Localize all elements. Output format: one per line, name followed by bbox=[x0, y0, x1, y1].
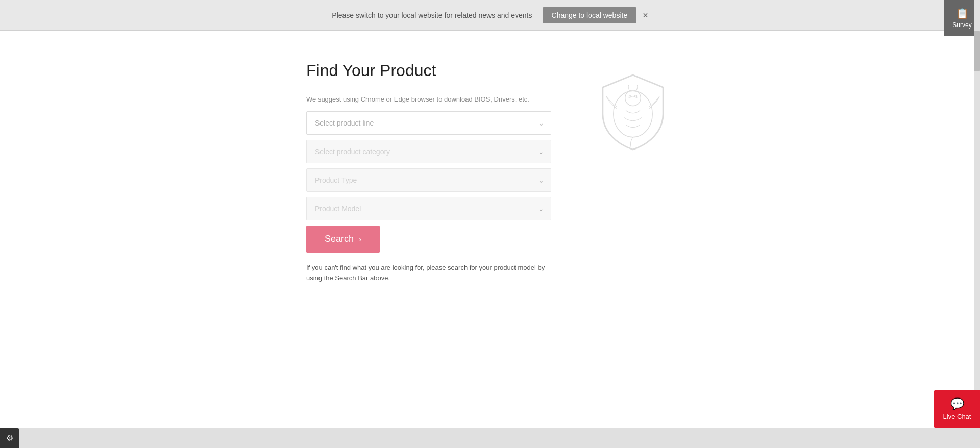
close-notification-button[interactable]: × bbox=[643, 11, 648, 20]
live-chat-icon: 💬 bbox=[950, 397, 964, 411]
scrollbar-track[interactable] bbox=[974, 0, 980, 448]
msi-shield-logo bbox=[592, 71, 674, 153]
product-category-dropdown[interactable]: Select product category bbox=[306, 140, 551, 163]
scrollbar-thumb[interactable] bbox=[974, 31, 980, 71]
product-category-dropdown-wrapper: Select product category ⌄ bbox=[306, 140, 551, 163]
notification-message: Please switch to your local website for … bbox=[332, 11, 532, 19]
search-button[interactable]: Search › bbox=[306, 226, 380, 253]
live-chat-button[interactable]: 💬 Live Chat bbox=[934, 390, 980, 428]
live-chat-label: Live Chat bbox=[943, 413, 971, 420]
settings-button[interactable]: ⚙ bbox=[0, 428, 19, 448]
notification-actions: Change to local website × bbox=[543, 7, 648, 23]
product-line-dropdown[interactable]: Select product line bbox=[306, 111, 551, 135]
svg-point-1 bbox=[625, 90, 641, 106]
survey-icon: 📋 bbox=[956, 7, 969, 19]
change-local-button[interactable]: Change to local website bbox=[543, 7, 637, 23]
product-model-dropdown-wrapper: Product Model ⌄ bbox=[306, 197, 551, 220]
search-arrow-icon: › bbox=[359, 235, 361, 244]
product-type-dropdown-wrapper: Product Type ⌄ bbox=[306, 168, 551, 192]
search-button-label: Search bbox=[325, 234, 354, 244]
footer bbox=[0, 428, 980, 448]
notification-bar: Please switch to your local website for … bbox=[0, 0, 980, 31]
help-text: If you can't find what you are looking f… bbox=[306, 263, 551, 283]
main-content: Find Your Product We suggest using Chrom… bbox=[0, 31, 980, 428]
suggestion-text: We suggest using Chrome or Edge browser … bbox=[306, 95, 551, 103]
gear-icon: ⚙ bbox=[6, 434, 13, 442]
logo-section bbox=[592, 61, 674, 153]
svg-point-0 bbox=[614, 91, 653, 137]
product-type-dropdown[interactable]: Product Type bbox=[306, 168, 551, 192]
product-line-dropdown-wrapper: Select product line ⌄ bbox=[306, 111, 551, 135]
page-title: Find Your Product bbox=[306, 61, 551, 80]
form-section: Find Your Product We suggest using Chrom… bbox=[306, 61, 551, 283]
survey-label: Survey bbox=[952, 21, 971, 29]
product-model-dropdown[interactable]: Product Model bbox=[306, 197, 551, 220]
